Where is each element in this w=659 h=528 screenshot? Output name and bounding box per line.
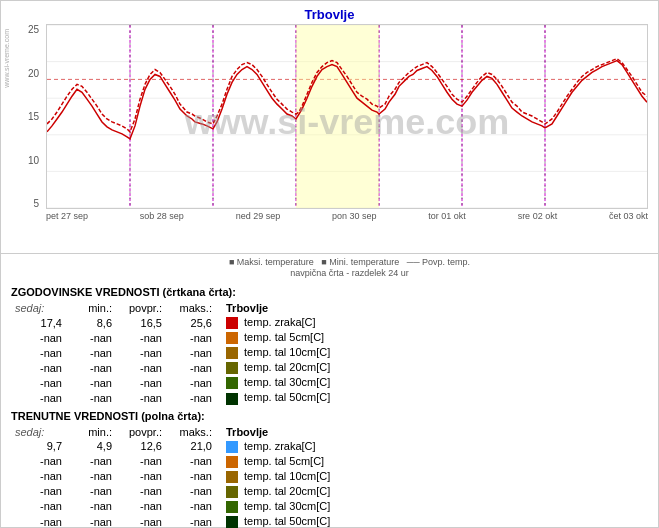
historical-title: ZGODOVINSKE VREDNOSTI (črtkana črta): [11, 286, 648, 298]
curr-trbovlje-label: Trbovlje [216, 425, 648, 439]
hist-r0-maks: 25,6 [166, 315, 216, 330]
curr-r5-color [226, 516, 238, 528]
hist-row-5: -nan -nan -nan -nan temp. tal 50cm[C] [11, 390, 648, 405]
y-label-20: 20 [28, 68, 39, 79]
y-label-25: 25 [28, 24, 39, 35]
main-container: Trbovlje 25 20 15 10 5 www.si-vreme.com [0, 0, 659, 528]
hist-col-min: min.: [66, 301, 116, 315]
current-header-row: sedaj: min.: povpr.: maks.: Trbovlje [11, 425, 648, 439]
legend-navpicna: navpična črta - razdelek 24 ur [51, 268, 648, 278]
hist-r0-min: 8,6 [66, 315, 116, 330]
x-label-6: čet 03 okt [609, 211, 648, 221]
hist-r0-sedaj: 17,4 [11, 315, 66, 330]
x-label-3: pon 30 sep [332, 211, 377, 221]
curr-col-min: min.: [66, 425, 116, 439]
curr-row-3: -nan -nan -nan -nan temp. tal 20cm[C] [11, 484, 648, 499]
hist-r0-povpr: 16,5 [116, 315, 166, 330]
curr-row-5: -nan -nan -nan -nan temp. tal 50cm[C] [11, 514, 648, 528]
curr-r3-color [226, 486, 238, 498]
hist-row-1: -nan -nan -nan -nan temp. tal 5cm[C] [11, 330, 648, 345]
chart-legend: ■ Maksi. temperature ■ Mini. temperature… [51, 257, 648, 278]
hist-r0-color [226, 317, 238, 329]
curr-r2-color [226, 471, 238, 483]
curr-r1-color [226, 456, 238, 468]
historical-table: sedaj: min.: povpr.: maks.: Trbovlje 17,… [11, 301, 648, 406]
curr-r0-color [226, 441, 238, 453]
curr-row-2: -nan -nan -nan -nan temp. tal 10cm[C] [11, 469, 648, 484]
curr-row-4: -nan -nan -nan -nan temp. tal 30cm[C] [11, 499, 648, 514]
historical-header-row: sedaj: min.: povpr.: maks.: Trbovlje [11, 301, 648, 315]
curr-row-0: 9,7 4,9 12,6 21,0 temp. zraka[C] [11, 439, 648, 454]
si-vreme-label: www.si-vreme.com [3, 29, 10, 88]
y-label-5: 5 [33, 198, 39, 209]
x-label-2: ned 29 sep [236, 211, 281, 221]
hist-col-maks: maks.: [166, 301, 216, 315]
hist-row-3: -nan -nan -nan -nan temp. tal 20cm[C] [11, 360, 648, 375]
svg-text:www.si-vreme.com: www.si-vreme.com [184, 102, 510, 142]
hist-r2-color [226, 347, 238, 359]
hist-r4-color [226, 377, 238, 389]
legend-item-max: ■ Maksi. temperature ■ Mini. temperature… [229, 257, 470, 267]
hist-row-2: -nan -nan -nan -nan temp. tal 10cm[C] [11, 345, 648, 360]
curr-col-sedaj: sedaj: [11, 425, 66, 439]
temperature-chart: www.si-vreme.com [46, 24, 648, 209]
hist-r3-color [226, 362, 238, 374]
hist-row-0: 17,4 8,6 16,5 25,6 temp. zraka[C] [11, 315, 648, 330]
hist-r1-color [226, 332, 238, 344]
x-label-5: sre 02 okt [518, 211, 558, 221]
current-title: TRENUTNE VREDNOSTI (polna črta): [11, 410, 648, 422]
historical-section: ZGODOVINSKE VREDNOSTI (črtkana črta): se… [11, 286, 648, 406]
hist-col-povpr: povpr.: [116, 301, 166, 315]
curr-col-maks: maks.: [166, 425, 216, 439]
hist-r5-color [226, 393, 238, 405]
y-label-15: 15 [28, 111, 39, 122]
hist-col-sedaj: sedaj: [11, 301, 66, 315]
current-section: TRENUTNE VREDNOSTI (polna črta): sedaj: … [11, 410, 648, 528]
data-section: ZGODOVINSKE VREDNOSTI (črtkana črta): se… [1, 280, 658, 528]
hist-r0-label: temp. zraka[C] [216, 315, 648, 330]
y-label-10: 10 [28, 155, 39, 166]
current-table: sedaj: min.: povpr.: maks.: Trbovlje 9,7… [11, 425, 648, 528]
curr-col-povpr: povpr.: [116, 425, 166, 439]
x-label-1: sob 28 sep [140, 211, 184, 221]
curr-row-1: -nan -nan -nan -nan temp. tal 5cm[C] [11, 454, 648, 469]
x-label-4: tor 01 okt [428, 211, 466, 221]
chart-title: Trbovlje [1, 1, 658, 24]
chart-area: 25 20 15 10 5 www.si-vreme.com [1, 24, 658, 254]
hist-trbovlje-label: Trbovlje [216, 301, 648, 315]
hist-row-4: -nan -nan -nan -nan temp. tal 30cm[C] [11, 375, 648, 390]
x-label-0: pet 27 sep [46, 211, 88, 221]
curr-r4-color [226, 501, 238, 513]
